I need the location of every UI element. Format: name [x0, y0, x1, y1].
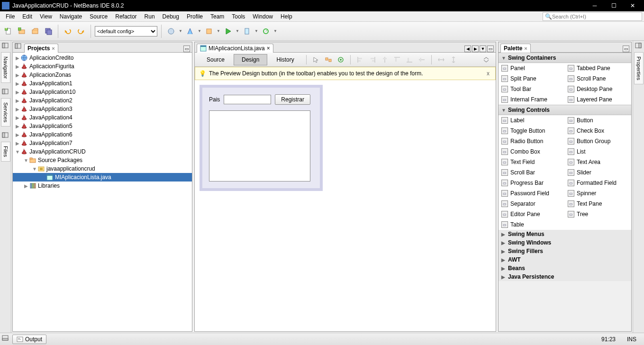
tree-row[interactable]: ▶Libraries — [13, 182, 192, 190]
undo-button[interactable] — [62, 26, 73, 37]
menu-team[interactable]: Team — [207, 12, 228, 21]
menu-run[interactable]: Run — [141, 12, 159, 21]
tree-row[interactable]: ▶AplicacionZonas — [13, 71, 192, 79]
tree-twisty[interactable]: ▶ — [15, 64, 20, 69]
palette-item-check-box[interactable]: ▭Check Box — [565, 126, 631, 136]
tree-row[interactable]: ▼javaapplicationcrud — [13, 164, 192, 173]
maximize-button[interactable]: ☐ — [604, 0, 623, 11]
tree-twisty[interactable]: ▼ — [32, 166, 37, 172]
tree-row[interactable]: MIAplicacionLista.java — [13, 173, 192, 182]
history-view-button[interactable]: History — [268, 54, 302, 65]
palette-item-spinner[interactable]: ▭Spinner — [565, 188, 631, 199]
design-surface[interactable]: Pais Registrar — [195, 80, 496, 331]
design-view-button[interactable]: Design — [234, 54, 267, 65]
tree-twisty[interactable]: ▶ — [15, 107, 20, 112]
open-project-button[interactable] — [29, 26, 41, 37]
palette-item-panel[interactable]: ▭Panel — [499, 63, 565, 73]
palette-item-layered-pane[interactable]: ▭Layered Pane — [565, 94, 631, 105]
align-top-button[interactable] — [391, 54, 403, 65]
palette-item-internal-frame[interactable]: ▭Internal Frame — [499, 94, 565, 105]
tree-twisty[interactable]: ▶ — [15, 55, 20, 61]
expand-icon[interactable] — [481, 54, 492, 65]
debug-button[interactable] — [241, 26, 253, 37]
palette-item-button[interactable]: ▭Button — [565, 115, 631, 126]
palette-item-table[interactable]: ▭Table — [499, 219, 565, 230]
services-tab[interactable]: Services — [1, 98, 10, 127]
palette-item-progress-bar[interactable]: ▭Progress Bar — [499, 178, 565, 188]
profile-button[interactable] — [260, 26, 272, 37]
palette-category-beans[interactable]: ▶Beans — [499, 264, 631, 272]
tree-row[interactable]: ▶JavaApplication4 — [13, 113, 192, 122]
close-tab-icon[interactable]: × — [52, 45, 54, 51]
tree-row[interactable]: ▼Source Packages — [13, 156, 192, 164]
palette-item-split-pane[interactable]: ▭Split Pane — [499, 73, 565, 84]
tree-twisty[interactable]: ▶ — [15, 141, 20, 146]
palette-item-tabbed-pane[interactable]: ▭Tabbed Pane — [565, 63, 631, 73]
close-button[interactable]: ✕ — [623, 0, 642, 11]
restore-icon[interactable] — [635, 43, 643, 49]
tree-row[interactable]: ▶AplicacionFigurita — [13, 62, 192, 71]
tab-list-button[interactable]: ▼ — [480, 45, 486, 52]
list-paises[interactable] — [209, 110, 310, 182]
menu-navigate[interactable]: Navigate — [56, 12, 86, 21]
projects-tab[interactable]: Projects× — [24, 44, 58, 53]
minimize-panel-button[interactable]: ▭ — [183, 45, 190, 52]
palette-category-swing-menus[interactable]: ▶Swing Menus — [499, 230, 631, 238]
redo-button[interactable] — [75, 26, 87, 37]
files-tab[interactable]: Files — [1, 142, 10, 161]
tree-twisty[interactable]: ▶ — [15, 73, 20, 78]
palette-item-text-area[interactable]: ▭Text Area — [565, 157, 631, 167]
tree-twisty[interactable]: ▼ — [23, 158, 29, 163]
palette-item-separator[interactable]: ▭Separator — [499, 199, 565, 209]
palette-item-password-field[interactable]: ▭Password Field — [499, 188, 565, 199]
prev-tab-button[interactable]: ◀ — [464, 45, 471, 52]
tree-row[interactable]: ▶AplicacionCredito — [13, 54, 192, 62]
tree-twisty[interactable]: ▶ — [15, 90, 20, 95]
tree-row[interactable]: ▶JavaApplication3 — [13, 105, 192, 113]
palette-item-editor-pane[interactable]: ▭Editor Pane — [499, 209, 565, 219]
source-view-button[interactable]: Source — [199, 54, 233, 65]
close-tab-icon[interactable]: × — [524, 45, 527, 51]
tree-twisty[interactable]: ▶ — [15, 132, 20, 137]
clean-build-button[interactable] — [184, 26, 196, 37]
global-search[interactable]: 🔍 — [543, 12, 642, 21]
next-tab-button[interactable]: ▶ — [472, 45, 479, 52]
form-preview[interactable]: Pais Registrar — [200, 85, 323, 191]
menu-profile[interactable]: Profile — [183, 12, 207, 21]
tree-twisty[interactable]: ▶ — [23, 183, 29, 189]
resize-v-button[interactable] — [448, 54, 459, 65]
new-project-button[interactable] — [16, 26, 27, 37]
palette-item-button-group[interactable]: ▭Button Group — [565, 136, 631, 146]
menu-debug[interactable]: Debug — [159, 12, 183, 21]
output-button[interactable]: Output — [12, 335, 46, 344]
tree-twisty[interactable]: ▶ — [15, 98, 20, 103]
palette-category-awt[interactable]: ▶AWT — [499, 255, 631, 264]
tree-twisty[interactable]: ▶ — [15, 115, 20, 120]
palette-item-combo-box[interactable]: ▭Combo Box — [499, 146, 565, 157]
restore-icon[interactable] — [2, 43, 9, 49]
restore-icon[interactable] — [2, 132, 9, 139]
maximize-editor-button[interactable]: ▭ — [487, 45, 494, 52]
palette-category-java-persistence[interactable]: ▶Java Persistence — [499, 272, 631, 281]
input-pais[interactable] — [224, 95, 271, 104]
run-button[interactable] — [222, 26, 234, 37]
close-tab-icon[interactable]: × — [267, 45, 270, 52]
align-center-v-button[interactable] — [416, 54, 427, 65]
align-bottom-button[interactable] — [404, 54, 415, 65]
palette-category-swing-windows[interactable]: ▶Swing Windows — [499, 238, 631, 247]
save-all-button[interactable] — [43, 26, 54, 37]
palette-item-scroll-bar[interactable]: ▭Scroll Bar — [499, 167, 565, 178]
menu-view[interactable]: View — [36, 12, 56, 21]
palette-category-swing-fillers[interactable]: ▶Swing Fillers — [499, 247, 631, 255]
tree-twisty[interactable]: ▼ — [15, 149, 20, 154]
navigator-tab[interactable]: Navigator — [1, 52, 10, 83]
tree-row[interactable]: ▶JavaApplication2 — [13, 96, 192, 105]
palette-category-containers[interactable]: ▼Swing Containers — [499, 53, 631, 63]
palette-item-radio-button[interactable]: ▭Radio Button — [499, 136, 565, 146]
tree-twisty[interactable]: ▶ — [15, 81, 20, 86]
connection-mode-button[interactable] — [323, 54, 334, 65]
tree-row[interactable]: ▼JavaApplicationCRUD — [13, 147, 192, 156]
palette-item-list[interactable]: ▭List — [565, 146, 631, 157]
close-hint-button[interactable]: x — [485, 70, 491, 77]
tree-row[interactable]: ▶JavaApplication1 — [13, 79, 192, 88]
